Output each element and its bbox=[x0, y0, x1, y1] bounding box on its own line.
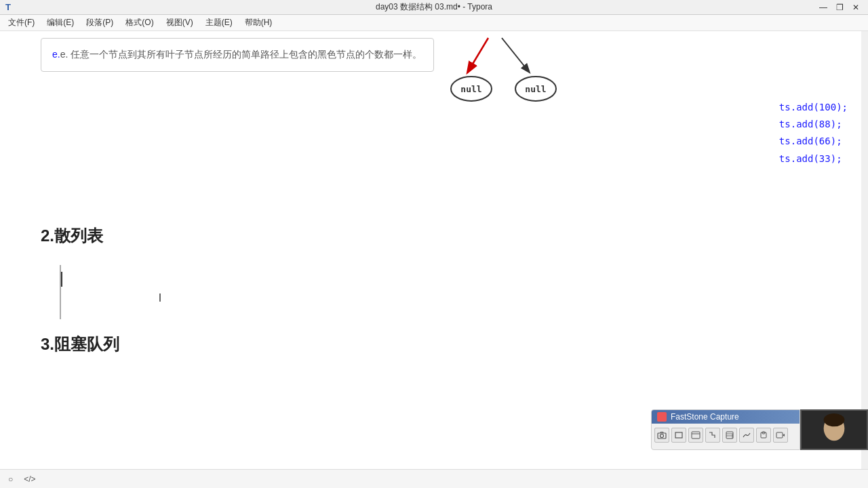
status-bar: ○ </> bbox=[0, 469, 868, 488]
fsc-btn-clipboard[interactable] bbox=[756, 428, 771, 443]
menu-view[interactable]: 视图(V) bbox=[161, 16, 199, 30]
tree-svg: null null bbox=[448, 31, 597, 119]
fsc-btn-camera[interactable] bbox=[654, 428, 669, 443]
scrollbar[interactable] bbox=[861, 31, 868, 469]
code-line-2: ts.add(88); bbox=[779, 116, 848, 133]
section-2-heading: 2.散列表 bbox=[41, 224, 103, 247]
i-beam-cursor: I bbox=[156, 292, 164, 304]
fsc-btn-region[interactable] bbox=[705, 428, 720, 443]
code-block: ts.add(100); ts.add(88); ts.add(66); ts.… bbox=[779, 99, 848, 167]
faststone-toolbar bbox=[652, 424, 800, 447]
video-thumbnail bbox=[800, 409, 868, 450]
faststone-capture-bar: FastStone Capture bbox=[651, 409, 800, 450]
callout-letter-e: e. bbox=[52, 49, 60, 60]
app-icon: T bbox=[5, 2, 14, 12]
text-cursor bbox=[61, 272, 62, 287]
callout-content: e. 任意一个节点到其所有叶子节点所经历的简单路径上包含的黑色节点的个数都一样。 bbox=[60, 49, 422, 60]
fsc-btn-rect[interactable] bbox=[671, 428, 686, 443]
maximize-button[interactable]: ❐ bbox=[833, 2, 846, 13]
person-silhouette bbox=[802, 409, 867, 450]
faststone-title-bar: FastStone Capture bbox=[652, 410, 800, 424]
faststone-app-icon bbox=[657, 412, 667, 422]
title-bar: T day03 数据结构 03.md• - Typora — ❐ ✕ bbox=[0, 0, 868, 15]
menu-bar: 文件(F) 编辑(E) 段落(P) 格式(O) 视图(V) 主题(E) 帮助(H… bbox=[0, 15, 868, 31]
close-button[interactable]: ✕ bbox=[849, 2, 863, 13]
code-line-3: ts.add(66); bbox=[779, 133, 848, 150]
fsc-btn-record[interactable] bbox=[773, 428, 788, 443]
menu-theme[interactable]: 主题(E) bbox=[200, 16, 238, 30]
faststone-title-text: FastStone Capture bbox=[671, 412, 739, 422]
svg-point-22 bbox=[824, 413, 845, 426]
svg-text:null: null bbox=[460, 84, 481, 94]
tree-diagram: null null bbox=[448, 31, 597, 119]
code-icon: </> bbox=[24, 474, 35, 484]
menu-help[interactable]: 帮助(H) bbox=[239, 16, 278, 30]
fsc-btn-scroll[interactable] bbox=[722, 428, 737, 443]
menu-file[interactable]: 文件(F) bbox=[3, 16, 40, 30]
window-title: day03 数据结构 03.md• - Typora bbox=[376, 1, 492, 13]
section-3-heading: 3.阻塞队列 bbox=[41, 333, 119, 356]
menu-paragraph[interactable]: 段落(P) bbox=[81, 16, 119, 30]
svg-rect-15 bbox=[761, 432, 766, 438]
svg-rect-17 bbox=[776, 432, 783, 438]
code-line-4: ts.add(33); bbox=[779, 150, 848, 167]
svg-rect-9 bbox=[692, 432, 700, 439]
fsc-btn-freehand[interactable] bbox=[739, 428, 754, 443]
svg-text:null: null bbox=[525, 84, 546, 94]
svg-line-0 bbox=[468, 38, 488, 72]
menu-edit[interactable]: 编辑(E) bbox=[41, 16, 79, 30]
status-code[interactable]: </> bbox=[24, 474, 35, 484]
callout-text: e.e. 任意一个节点到其所有叶子节点所经历的简单路径上包含的黑色节点的个数都一… bbox=[52, 47, 422, 63]
svg-point-20 bbox=[816, 449, 852, 450]
svg-line-1 bbox=[502, 38, 529, 72]
callout-box: e.e. 任意一个节点到其所有叶子节点所经历的简单路径上包含的黑色节点的个数都一… bbox=[41, 38, 434, 72]
status-circle[interactable]: ○ bbox=[8, 474, 13, 484]
code-line-1: ts.add(100); bbox=[779, 99, 848, 116]
fsc-btn-window[interactable] bbox=[688, 428, 703, 443]
main-content: e.e. 任意一个节点到其所有叶子节点所经历的简单路径上包含的黑色节点的个数都一… bbox=[0, 31, 868, 469]
menu-format[interactable]: 格式(O) bbox=[120, 16, 159, 30]
circle-icon: ○ bbox=[8, 474, 13, 484]
typora-icon: T bbox=[5, 2, 11, 12]
minimize-button[interactable]: — bbox=[816, 2, 830, 13]
svg-point-7 bbox=[660, 434, 664, 438]
svg-rect-11 bbox=[726, 432, 733, 439]
window-controls[interactable]: — ❐ ✕ bbox=[816, 2, 863, 13]
svg-rect-8 bbox=[675, 432, 682, 438]
